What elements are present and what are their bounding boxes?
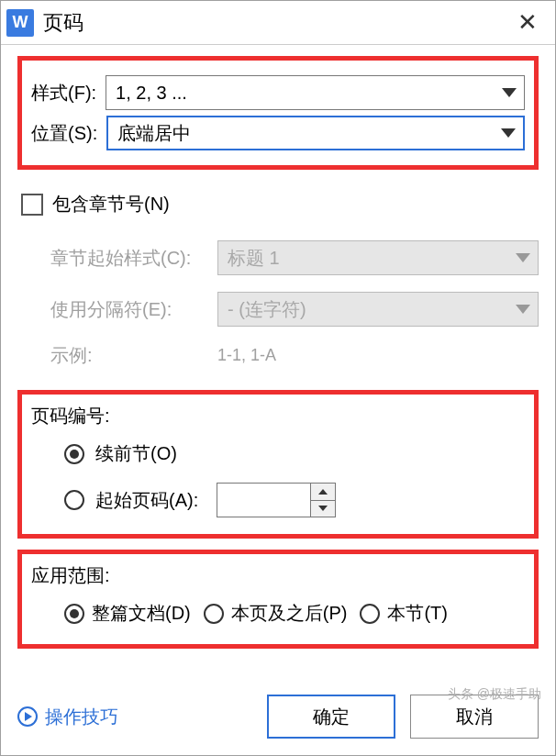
format-value: 1, 2, 3 ...: [116, 83, 187, 104]
separator-value: - (连字符): [228, 297, 306, 322]
start-at-option[interactable]: 起始页码(A):: [64, 483, 525, 517]
spinner-buttons: [311, 484, 335, 517]
continue-prev-radio[interactable]: [64, 444, 84, 464]
chevron-down-icon: [516, 253, 530, 262]
dialog-content: 样式(F): 1, 2, 3 ... 位置(S): 底端居中: [1, 45, 555, 682]
chevron-down-icon: [501, 128, 516, 138]
continue-prev-label: 续前节(O): [95, 441, 177, 466]
svg-marker-2: [516, 253, 530, 262]
start-at-spinner[interactable]: [217, 483, 336, 517]
scope-whole-doc-radio[interactable]: [64, 604, 84, 624]
chapter-start-style-select: 标题 1: [217, 240, 539, 275]
scope-whole-doc-option[interactable]: 整篇文档(D): [64, 601, 191, 626]
style-position-group: 样式(F): 1, 2, 3 ... 位置(S): 底端居中: [17, 56, 539, 170]
separator-select: - (连字符): [217, 292, 539, 327]
include-chapter-label: 包含章节号(N): [52, 192, 170, 217]
scope-this-after-label: 本页及之后(P): [231, 601, 348, 626]
position-value: 底端居中: [117, 121, 191, 146]
svg-marker-4: [318, 489, 328, 495]
svg-marker-1: [501, 128, 516, 138]
scope-this-after-option[interactable]: 本页及之后(P): [204, 601, 348, 626]
scope-this-after-radio[interactable]: [204, 604, 224, 624]
numbering-group: 页码编号: 续前节(O) 起始页码(A):: [17, 390, 539, 539]
scope-section-label: 应用范围:: [31, 563, 525, 588]
start-at-label: 起始页码(A):: [95, 488, 198, 513]
svg-marker-3: [516, 305, 530, 314]
example-label: 示例:: [50, 343, 208, 368]
scope-this-section-radio[interactable]: [360, 604, 380, 624]
dialog-title: 页码: [43, 9, 507, 37]
page-number-dialog: W 页码 ✕ 样式(F): 1, 2, 3 ... 位置(S): 底端居中: [0, 0, 556, 756]
ok-button[interactable]: 确定: [267, 695, 395, 739]
attribution-watermark: 头条 @极速手助: [448, 686, 541, 703]
scope-group: 应用范围: 整篇文档(D) 本页及之后(P) 本节(T): [17, 550, 539, 649]
svg-marker-5: [318, 506, 328, 511]
chevron-down-icon: [502, 88, 517, 97]
chevron-down-icon: [516, 305, 530, 314]
scope-this-section-option[interactable]: 本节(T): [360, 601, 448, 626]
position-select[interactable]: 底端居中: [106, 116, 525, 150]
start-at-input[interactable]: [217, 484, 311, 517]
svg-marker-0: [502, 88, 517, 97]
separator-label: 使用分隔符(E):: [50, 297, 208, 322]
format-select[interactable]: 1, 2, 3 ...: [106, 75, 525, 110]
include-chapter-checkbox[interactable]: [21, 194, 43, 216]
spinner-up-icon[interactable]: [311, 484, 335, 501]
play-icon: [17, 706, 38, 727]
format-label: 样式(F):: [31, 81, 96, 106]
close-icon[interactable]: ✕: [507, 8, 548, 37]
chapter-start-style-value: 标题 1: [228, 246, 280, 271]
start-at-radio[interactable]: [64, 490, 84, 510]
chapter-start-style-label: 章节起始样式(C):: [50, 246, 208, 271]
continue-prev-option[interactable]: 续前节(O): [64, 441, 525, 466]
wps-app-icon: W: [6, 9, 34, 37]
include-chapter-row[interactable]: 包含章节号(N): [21, 192, 535, 217]
chapter-options: 章节起始样式(C): 标题 1 使用分隔符(E): - (连字符): [17, 240, 539, 368]
titlebar: W 页码 ✕: [1, 1, 555, 45]
operation-tips-link[interactable]: 操作技巧: [17, 705, 252, 729]
tips-label: 操作技巧: [45, 705, 118, 729]
scope-this-section-label: 本节(T): [387, 601, 448, 626]
position-label: 位置(S):: [31, 121, 97, 146]
scope-whole-doc-label: 整篇文档(D): [92, 601, 191, 626]
spinner-down-icon[interactable]: [311, 501, 335, 517]
example-value: 1-1, 1-A: [217, 346, 276, 365]
numbering-section-label: 页码编号:: [31, 404, 525, 428]
